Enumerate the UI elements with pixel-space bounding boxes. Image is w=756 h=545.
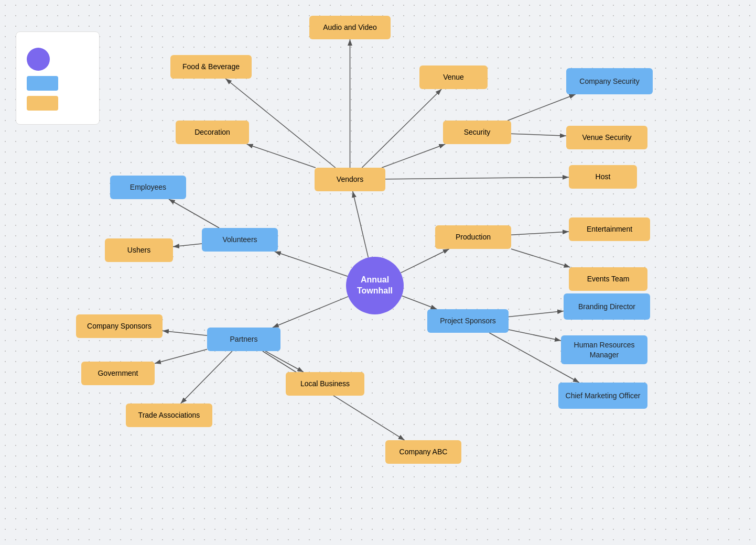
node-project-sponsors[interactable]: Project Sponsors [427,309,509,333]
node-volunteers[interactable]: Volunteers [202,228,278,252]
node-government[interactable]: Government [81,362,155,385]
node-branding-director[interactable]: Branding Director [564,293,650,320]
node-production[interactable]: Production [435,225,511,249]
node-trade-associations[interactable]: Trade Associations [126,404,212,427]
legend-external-box [27,96,58,111]
node-employees[interactable]: Employees [110,176,186,199]
node-company-security[interactable]: Company Security [566,68,653,94]
node-food-beverage[interactable]: Food & Beverage [170,55,252,79]
legend-project-node [27,48,89,71]
node-hr-manager[interactable]: Human Resources Manager [561,335,647,364]
node-venue-security[interactable]: Venue Security [566,126,647,149]
legend-internal-box [27,76,58,91]
legend-external-item [27,96,89,111]
node-partners[interactable]: Partners [207,328,280,351]
node-vendors[interactable]: Vendors [315,168,385,191]
node-ushers[interactable]: Ushers [105,238,173,262]
node-company-sponsors[interactable]: Company Sponsors [76,314,163,338]
node-decoration[interactable]: Decoration [176,121,249,144]
node-events-team[interactable]: Events Team [569,267,647,291]
legend-circle-icon [27,48,50,71]
node-company-abc[interactable]: Company ABC [385,440,461,464]
legend-internal-item [27,76,89,91]
node-security[interactable]: Security [443,121,511,144]
node-audio-video[interactable]: Audio and Video [309,16,391,39]
legend-panel [16,31,100,125]
node-host[interactable]: Host [569,165,637,189]
node-local-business[interactable]: Local Business [286,372,364,396]
node-venue[interactable]: Venue [419,66,488,89]
node-center[interactable]: Annual Townhall [346,257,404,314]
node-entertainment[interactable]: Entertainment [569,217,650,241]
node-cmo[interactable]: Chief Marketing Officer [558,383,647,409]
